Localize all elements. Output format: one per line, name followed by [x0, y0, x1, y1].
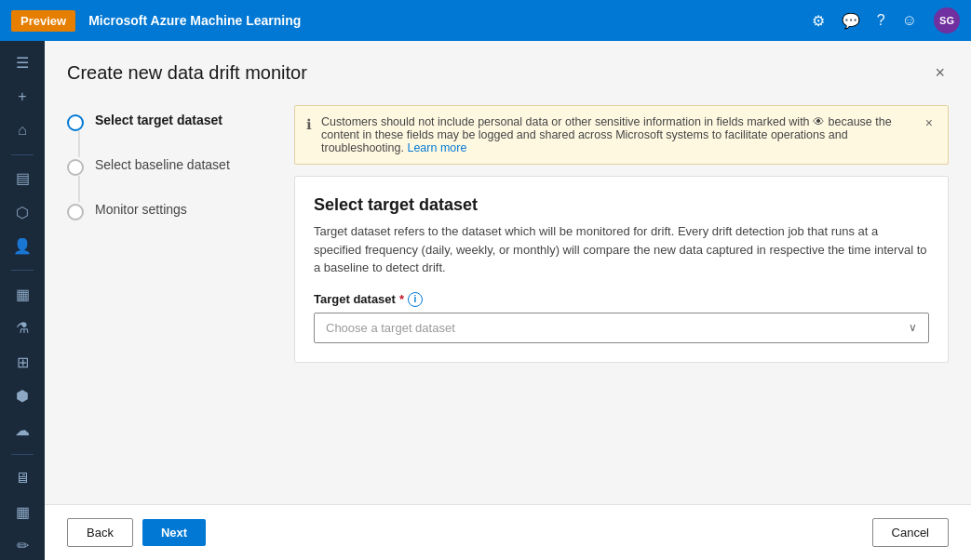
chevron-down-icon: ∨ [909, 321, 917, 334]
help-icon[interactable]: ? [877, 12, 885, 29]
target-dataset-dropdown[interactable]: Choose a target dataset ∨ [314, 313, 929, 343]
step-3-circle [67, 204, 84, 220]
content-area: Create new data drift monitor × Select t… [45, 41, 971, 560]
dialog-title: Create new data drift monitor [67, 62, 307, 84]
settings-icon[interactable]: ⚙ [812, 12, 825, 30]
form-panel: ℹ Customers should not include personal … [294, 105, 949, 363]
cancel-button[interactable]: Cancel [872, 518, 949, 547]
sidebar-jobs-icon[interactable]: ▦ [6, 280, 39, 309]
field-label-target-dataset: Target dataset * i [314, 292, 929, 307]
main-layout: ☰ + ⌂ ▤ ⬡ 👤 ▦ ⚗ ⊞ ⬢ ☁ 🖥 ▦ ✏ Create new d… [0, 41, 971, 560]
dialog-close-button[interactable]: × [931, 60, 949, 87]
dialog-container: Create new data drift monitor × Select t… [45, 41, 971, 504]
preview-badge: Preview [11, 10, 75, 32]
notice-text-part1: Customers should not include personal da… [321, 115, 810, 128]
dialog-footer: Back Next Cancel [45, 504, 971, 560]
account-icon[interactable]: ☺ [902, 12, 917, 29]
sidebar-storage-icon[interactable]: ▦ [6, 498, 39, 527]
step-1: Select target dataset [67, 113, 272, 157]
dialog-header: Create new data drift monitor × [67, 60, 949, 87]
notice-eye-icon: 👁 [813, 115, 828, 128]
sidebar-endpoints-icon[interactable]: ⬢ [6, 381, 39, 410]
required-star: * [399, 292, 404, 306]
notice-close-button[interactable]: × [922, 115, 937, 130]
topbar: Preview Microsoft Azure Machine Learning… [0, 0, 971, 41]
sidebar-experiments-icon[interactable]: ⚗ [6, 313, 39, 342]
sidebar-pipeline-icon[interactable]: ⬡ [6, 198, 39, 227]
sidebar: ☰ + ⌂ ▤ ⬡ 👤 ▦ ⚗ ⊞ ⬢ ☁ 🖥 ▦ ✏ [0, 41, 45, 560]
feedback-icon[interactable]: 💬 [842, 12, 860, 30]
sidebar-divider-1 [11, 154, 34, 155]
section-title: Select target dataset [314, 195, 929, 215]
step-line-1 [78, 131, 80, 157]
sidebar-menu-icon[interactable]: ☰ [6, 48, 39, 77]
step-2: Select baseline dataset [67, 157, 272, 202]
sidebar-home-icon[interactable]: ⌂ [6, 116, 39, 145]
dropdown-placeholder: Choose a target dataset [326, 321, 455, 335]
step-3: Monitor settings [67, 202, 272, 220]
sidebar-cloud-icon[interactable]: ☁ [6, 416, 39, 445]
sidebar-data-icon[interactable]: ▤ [6, 164, 39, 193]
step-2-circle [67, 159, 84, 176]
next-button[interactable]: Next [142, 519, 206, 546]
avatar[interactable]: SG [934, 7, 960, 33]
sidebar-edit-icon[interactable]: ✏ [6, 531, 39, 560]
dialog-body: Select target dataset Select baseline da… [67, 105, 949, 363]
sidebar-add-icon[interactable]: + [6, 83, 39, 112]
field-info-icon[interactable]: i [408, 292, 423, 307]
sidebar-divider-2 [11, 270, 34, 271]
notice-text: Customers should not include personal da… [321, 115, 912, 154]
notice-info-icon: ℹ [306, 116, 312, 133]
field-label-text: Target dataset [314, 292, 396, 306]
step-3-label: Monitor settings [95, 202, 187, 217]
sidebar-users-icon[interactable]: 👤 [6, 233, 39, 261]
back-button[interactable]: Back [67, 518, 133, 547]
form-content-area: Select target dataset Target dataset ref… [294, 176, 949, 363]
topbar-actions: ⚙ 💬 ? ☺ SG [812, 7, 960, 33]
notice-banner: ℹ Customers should not include personal … [294, 105, 949, 165]
sidebar-models-icon[interactable]: ⊞ [6, 348, 39, 377]
notice-learn-more-link[interactable]: Learn more [407, 141, 466, 154]
sidebar-compute-icon[interactable]: 🖥 [6, 463, 39, 492]
section-description: Target dataset refers to the dataset whi… [314, 222, 929, 277]
step-1-label: Select target dataset [95, 113, 223, 127]
step-line-2 [78, 176, 80, 202]
step-1-circle [67, 114, 84, 131]
steps-panel: Select target dataset Select baseline da… [67, 105, 272, 363]
step-2-label: Select baseline dataset [95, 157, 230, 172]
app-title: Microsoft Azure Machine Learning [88, 13, 812, 28]
sidebar-divider-3 [11, 454, 34, 455]
